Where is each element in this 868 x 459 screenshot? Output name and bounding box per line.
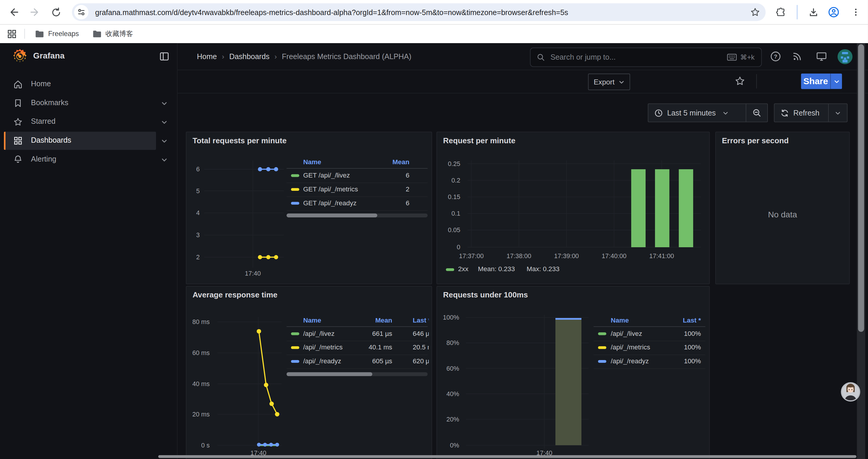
user-avatar[interactable] (838, 49, 852, 64)
extensions-button[interactable] (772, 4, 789, 21)
legend-col-mean[interactable]: Mean (359, 316, 392, 324)
refresh-interval-button[interactable] (828, 104, 847, 122)
series-color-pill[interactable] (598, 360, 606, 363)
dock-sidebar-button[interactable] (159, 52, 169, 61)
series-name[interactable]: GET /api/_/readyz (303, 199, 356, 207)
sidebar-item-alerting[interactable]: Alerting (0, 150, 177, 169)
back-button[interactable] (6, 4, 22, 21)
y-tick: 3 (188, 231, 200, 239)
zoom-out-time-button[interactable] (746, 104, 767, 122)
breadcrumb-dashboards[interactable]: Dashboards (229, 52, 270, 61)
sidebar-item-dashboards[interactable]: Dashboards (0, 132, 177, 150)
legend-col-last[interactable]: Last * (683, 316, 701, 324)
series-color-pill[interactable] (291, 332, 299, 335)
no-data-message: No data (716, 210, 849, 219)
chevron-down-icon[interactable] (161, 100, 167, 107)
breadcrumb-home[interactable]: Home (197, 52, 217, 61)
search-input[interactable]: Search or jump to... ⌘+k (530, 47, 762, 67)
series-last: 100% (684, 357, 701, 365)
bar-2xx (655, 169, 670, 247)
panel-requests-under-100ms[interactable]: Requests under 100ms 100% 80% 60% 40% 20… (436, 286, 710, 459)
legend-col-name[interactable]: Name (303, 158, 321, 166)
series-name[interactable]: GET /api/_/metrics (303, 185, 358, 193)
legend-row[interactable]: GET /api/_/livez 6 (286, 169, 428, 183)
apps-grid-button[interactable] (7, 29, 17, 38)
legend-row[interactable]: /api/_/readyz 605 µs 620 µs (286, 355, 428, 369)
forward-button[interactable] (27, 4, 43, 21)
panel-request-per-minute[interactable]: Request per minute 0.25 0.2 0.15 0.1 0.0… (436, 132, 710, 285)
bookmark-page-button[interactable] (750, 7, 760, 17)
address-bar[interactable]: grafana.mathmast.com/d/deytv4rwavabkb/fr… (72, 3, 766, 21)
series-name[interactable]: /api/_/livez (303, 330, 335, 337)
site-settings-button[interactable] (74, 5, 89, 20)
share-button[interactable]: Share (801, 73, 830, 89)
line-chart[interactable] (204, 157, 285, 272)
display-button[interactable] (816, 51, 827, 62)
legend-col-name[interactable]: Name (611, 316, 629, 324)
export-button[interactable]: Export (588, 73, 630, 90)
bar-chart[interactable] (466, 314, 591, 451)
time-range-picker[interactable]: Last 5 minutes (649, 104, 746, 122)
legend-row[interactable]: GET /api/_/readyz 6 (286, 196, 428, 211)
legend-scrollbar[interactable] (286, 214, 428, 218)
x-tick: 17:38:00 (500, 252, 538, 260)
news-button[interactable] (792, 51, 803, 61)
profile-button[interactable] (826, 4, 842, 21)
downloads-button[interactable] (805, 4, 821, 21)
reload-button[interactable] (48, 4, 64, 21)
y-tick: 6 (188, 165, 200, 173)
page-horizontal-scrollbar-thumb[interactable] (158, 455, 857, 458)
grafana-logo[interactable] (11, 48, 28, 65)
legend-row[interactable]: /api/_/readyz 100% (593, 355, 705, 369)
series-color-pill[interactable] (446, 268, 454, 271)
series-color-pill[interactable] (598, 332, 606, 335)
series-color-pill[interactable] (598, 346, 606, 349)
series-color-pill[interactable] (291, 202, 299, 204)
series-name[interactable]: /api/_/livez (611, 330, 642, 337)
bell-icon (13, 155, 23, 164)
share-menu-button[interactable] (831, 73, 842, 89)
series-color-pill[interactable] (291, 188, 299, 191)
legend-row[interactable]: /api/_/livez 661 µs 646 µs (286, 327, 428, 341)
series-color-pill[interactable] (291, 346, 299, 349)
sidebar-item-home[interactable]: Home (0, 75, 177, 94)
help-button[interactable]: ? (770, 51, 781, 62)
legend-row[interactable]: /api/_/livez 100% (593, 327, 705, 341)
series-color-pill[interactable] (291, 360, 299, 363)
series-name[interactable]: GET /api/_/livez (303, 171, 350, 179)
bookmark-folder-blogs[interactable]: 收藏博客 (92, 29, 133, 38)
panel-avg-response-time[interactable]: Average response time 80 ms 60 ms 40 ms … (186, 286, 432, 459)
page-vertical-scrollbar-thumb[interactable] (858, 44, 864, 332)
chevron-down-icon[interactable] (161, 119, 167, 126)
sidebar-item-bookmarks[interactable]: Bookmarks (0, 94, 177, 112)
legend-scrollbar[interactable] (286, 372, 428, 376)
sidebar-item-label: Bookmarks (31, 98, 68, 107)
y-tick: 0 (438, 243, 460, 251)
series-color-pill[interactable] (291, 174, 299, 177)
chevron-down-icon[interactable] (161, 138, 167, 144)
series-name[interactable]: 2xx (458, 265, 468, 273)
chevron-down-icon (722, 110, 728, 116)
panel-total-requests[interactable]: Total requests per minute 6 5 4 3 2 17:4… (186, 132, 432, 285)
line-chart[interactable] (217, 314, 286, 453)
browser-menu-button[interactable] (848, 4, 864, 21)
sidebar-item-starred[interactable]: Starred (0, 113, 177, 131)
legend-row[interactable]: /api/_/metrics 100% (593, 340, 705, 355)
chevron-down-icon[interactable] (161, 157, 167, 163)
legend-col-last[interactable]: Last * (413, 316, 429, 324)
bar-chart[interactable] (467, 158, 703, 249)
assistant-avatar[interactable] (841, 382, 860, 402)
favorite-dashboard-button[interactable] (735, 76, 745, 87)
panel-errors-per-second[interactable]: Errors per second No data (715, 132, 850, 285)
series-name[interactable]: /api/_/metrics (303, 343, 343, 351)
legend-col-name[interactable]: Name (303, 316, 321, 324)
legend-row[interactable]: GET /api/_/metrics 2 (286, 183, 428, 197)
series-name[interactable]: /api/_/readyz (611, 357, 649, 365)
series-name[interactable]: /api/_/metrics (611, 343, 650, 351)
series-name[interactable]: /api/_/readyz (303, 357, 341, 365)
legend-row[interactable]: /api/_/metrics 40.1 ms 20.5 ms (286, 340, 428, 355)
url-text[interactable]: grafana.mathmast.com/d/deytv4rwavabkb/fr… (95, 8, 750, 16)
bookmark-folder-freeleaps[interactable]: Freeleaps (35, 30, 79, 38)
legend-col-mean[interactable]: Mean (392, 158, 409, 166)
refresh-button[interactable]: Refresh (775, 104, 829, 122)
